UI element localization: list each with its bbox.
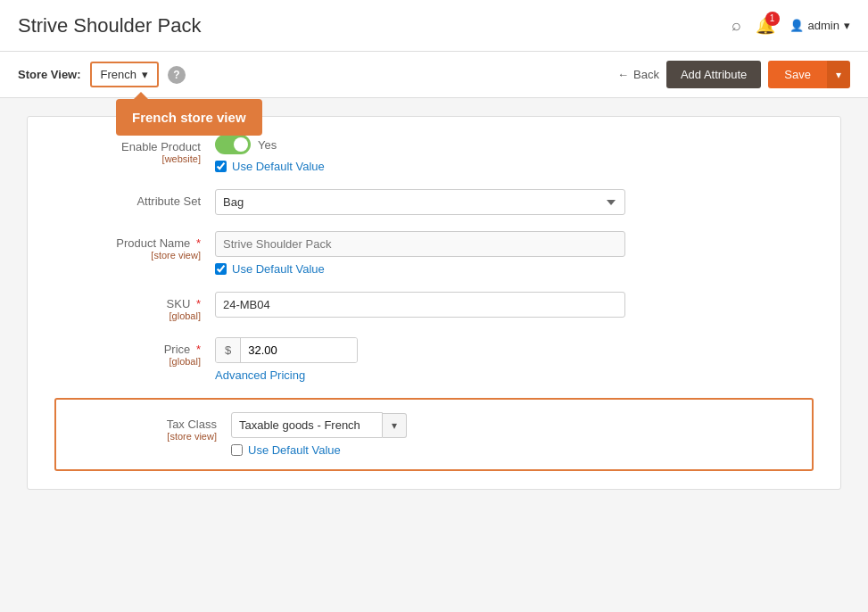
name-use-default-checkbox[interactable] [215, 263, 227, 275]
price-input[interactable] [241, 338, 357, 362]
toggle-knob [234, 137, 248, 152]
enable-use-default-row: Use Default Value [215, 160, 814, 173]
tax-use-default-label: Use Default Value [248, 443, 341, 457]
advanced-pricing-link[interactable]: Advanced Pricing [215, 368, 814, 382]
save-button-group: Save ▾ [768, 61, 850, 88]
product-name-field: Use Default Value [215, 231, 814, 276]
attribute-set-row: Attribute Set Bag [54, 189, 814, 215]
header: Strive Shoulder Pack ⌕ 🔔 1 👤 admin ▾ [0, 0, 868, 52]
required-indicator: * [196, 236, 201, 250]
enable-use-default-label: Use Default Value [232, 160, 325, 173]
attribute-set-field: Bag [215, 189, 814, 215]
tax-class-field: Taxable goods - French ▾ Use Default Val… [231, 412, 798, 457]
toolbar: Store View: French ▾ ? French store view… [0, 52, 868, 98]
enable-product-row: Enable Product [website] Yes Use Default… [54, 135, 814, 173]
sku-field [215, 292, 814, 318]
tax-class-label: Tax Class [store view] [70, 412, 231, 442]
price-field: $ Advanced Pricing [215, 337, 814, 382]
name-use-default-row: Use Default Value [215, 262, 814, 276]
toggle-text: Yes [258, 138, 277, 152]
save-button[interactable]: Save [768, 61, 827, 88]
tax-use-default-checkbox[interactable] [231, 444, 243, 456]
notifications-bell[interactable]: 🔔 1 [756, 16, 775, 36]
tax-use-default-row: Use Default Value [231, 443, 798, 457]
product-name-row: Product Name * [store view] Use Default … [54, 231, 814, 276]
tooltip-popup: French store view [116, 99, 262, 136]
sku-label: SKU * [global] [54, 292, 215, 321]
admin-label: admin [808, 19, 839, 32]
enable-product-field: Yes Use Default Value [215, 135, 814, 173]
enable-product-toggle[interactable] [215, 135, 251, 154]
store-view-value: French [101, 68, 136, 81]
product-name-label: Product Name * [store view] [54, 231, 215, 261]
attribute-set-label: Attribute Set [54, 189, 215, 208]
required-indicator: * [196, 343, 201, 356]
tax-select-wrapper: Taxable goods - French ▾ [231, 412, 798, 438]
chevron-down-icon: ▾ [844, 19, 850, 32]
tax-class-inner: Tax Class [store view] Taxable goods - F… [70, 412, 798, 457]
store-view-label: Store View: [18, 68, 81, 81]
sku-row: SKU * [global] [54, 292, 814, 321]
admin-user-menu[interactable]: 👤 admin ▾ [789, 19, 850, 32]
price-currency: $ [216, 338, 241, 362]
notification-badge: 1 [765, 12, 780, 26]
search-icon[interactable]: ⌕ [732, 16, 741, 35]
price-label: Price * [global] [54, 337, 215, 367]
content-area: Enable Product [website] Yes Use Default… [0, 98, 868, 508]
user-icon: 👤 [789, 19, 804, 32]
tax-class-select[interactable]: Taxable goods - French [231, 412, 383, 438]
sku-input[interactable] [215, 292, 625, 318]
toolbar-right: ← Back Add Attribute Save ▾ [617, 61, 850, 88]
tax-class-section: Tax Class [store view] Taxable goods - F… [54, 398, 814, 471]
name-use-default-label: Use Default Value [232, 262, 325, 276]
save-dropdown-button[interactable]: ▾ [827, 61, 850, 88]
toolbar-left: Store View: French ▾ ? French store view [18, 62, 186, 87]
toggle-row: Yes [215, 135, 814, 154]
header-actions: ⌕ 🔔 1 👤 admin ▾ [732, 16, 850, 36]
chevron-down-icon: ▾ [142, 68, 148, 81]
product-form: Enable Product [website] Yes Use Default… [27, 116, 841, 490]
attribute-set-select[interactable]: Bag [215, 189, 625, 215]
back-button[interactable]: ← Back [617, 68, 659, 81]
enable-product-label: Enable Product [website] [54, 135, 215, 164]
store-view-dropdown[interactable]: French ▾ [90, 62, 159, 87]
add-attribute-button[interactable]: Add Attribute [666, 61, 761, 88]
required-indicator: * [196, 297, 201, 310]
price-wrapper: $ [215, 337, 358, 363]
tax-select-caret-icon[interactable]: ▾ [383, 413, 407, 438]
enable-use-default-checkbox[interactable] [215, 161, 227, 172]
arrow-left-icon: ← [617, 68, 629, 81]
product-name-input[interactable] [215, 231, 625, 257]
price-row: Price * [global] $ Advanced Pricing [54, 337, 814, 382]
help-icon[interactable]: ? [168, 66, 186, 84]
page-title: Strive Shoulder Pack [18, 14, 201, 37]
